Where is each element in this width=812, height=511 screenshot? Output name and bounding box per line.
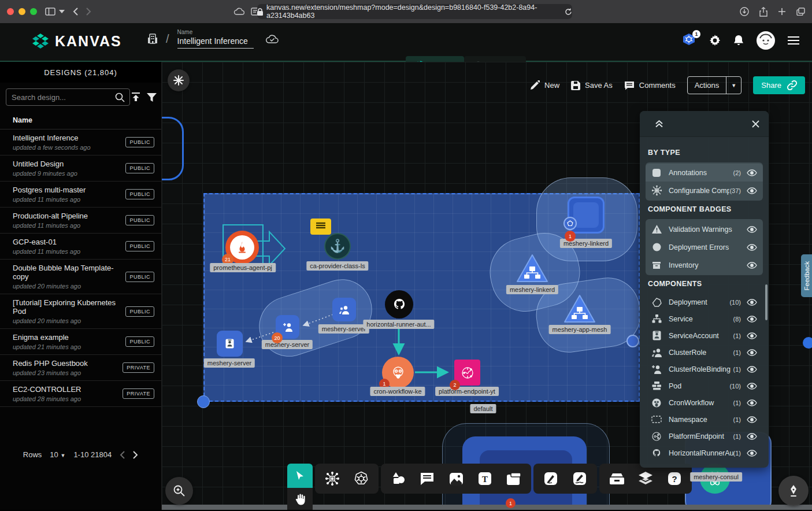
visibility-eye-icon[interactable] bbox=[747, 226, 757, 233]
kubernetes-context-button[interactable]: 1 bbox=[681, 33, 696, 48]
minimize-window-icon[interactable] bbox=[18, 8, 25, 15]
visibility-eye-icon[interactable] bbox=[747, 433, 757, 440]
node-ca-provider[interactable]: ⚓ bbox=[324, 233, 351, 260]
freehand-tool[interactable] bbox=[567, 466, 592, 491]
help-tool[interactable]: ? bbox=[662, 466, 687, 491]
panel-row[interactable]: Configurable Components (37) bbox=[646, 182, 763, 199]
image-tool[interactable] bbox=[443, 466, 469, 491]
new-design-button[interactable]: New bbox=[530, 80, 559, 90]
visibility-eye-icon[interactable] bbox=[747, 187, 757, 194]
maximize-window-icon[interactable] bbox=[30, 8, 37, 15]
visibility-eye-icon[interactable] bbox=[747, 383, 757, 390]
node-linkerd-service[interactable] bbox=[516, 254, 549, 284]
comment-tool[interactable] bbox=[414, 466, 440, 491]
node-github-runner[interactable] bbox=[385, 290, 413, 319]
search-input[interactable] bbox=[6, 88, 130, 106]
visibility-eye-icon[interactable] bbox=[747, 349, 757, 356]
comment-annotation[interactable] bbox=[310, 219, 331, 235]
visibility-eye-icon[interactable] bbox=[747, 299, 757, 306]
back-button[interactable] bbox=[73, 8, 78, 16]
filter-icon[interactable] bbox=[147, 93, 157, 102]
component-row[interactable]: Deployment (10) bbox=[646, 294, 763, 310]
list-item[interactable]: [Tutorial] Exploring Kubernetes Pod upda… bbox=[0, 294, 161, 329]
node-edge-peeking[interactable] bbox=[803, 337, 812, 349]
zoom-button[interactable] bbox=[165, 477, 193, 505]
component-row[interactable]: Namespace (1) bbox=[646, 411, 763, 428]
component-row[interactable]: PlatformEndpoint (1) bbox=[646, 428, 763, 445]
select-tool[interactable] bbox=[287, 464, 313, 488]
component-row[interactable]: ServiceAccount (1) bbox=[646, 327, 763, 344]
node-peeking[interactable] bbox=[626, 335, 639, 347]
list-item[interactable]: Production-alt Pipeline updated 11 minut… bbox=[0, 208, 161, 234]
node-cron-workflow[interactable]: 1 bbox=[382, 357, 414, 388]
visibility-eye-icon[interactable] bbox=[747, 244, 757, 251]
address-bar[interactable]: kanvas.new/extension/meshmap?mode=design… bbox=[257, 4, 572, 19]
list-item[interactable]: Double Bubble Map Template-copy updated … bbox=[0, 260, 161, 294]
window-controls[interactable] bbox=[7, 8, 37, 15]
panel-row[interactable]: Annotations (2) bbox=[646, 164, 763, 182]
visibility-eye-icon[interactable] bbox=[747, 169, 757, 176]
kanvas-logo[interactable]: KANVAS bbox=[32, 32, 122, 50]
component-row[interactable]: ClusterRoleBinding (1) bbox=[646, 361, 763, 377]
list-item[interactable]: Intelligent Inference updated a few seco… bbox=[0, 129, 161, 155]
panel-scrollbar[interactable] bbox=[765, 284, 767, 320]
list-item[interactable]: Redis PHP Guestbook updated 23 minutes a… bbox=[0, 355, 161, 381]
user-avatar[interactable] bbox=[757, 31, 775, 50]
visibility-eye-icon[interactable] bbox=[747, 316, 757, 323]
layers-tool[interactable] bbox=[633, 466, 658, 491]
sidebar-toggle-icon[interactable] bbox=[45, 8, 55, 16]
component-row[interactable]: CronWorkflow (1) bbox=[646, 394, 763, 411]
downloads-icon[interactable] bbox=[740, 7, 749, 16]
list-item[interactable]: Untitled Design updated 9 minutes ago PU… bbox=[0, 155, 161, 182]
panel-row[interactable]: Deployment Errors bbox=[646, 238, 763, 256]
component-row[interactable]: HorizontalRunnerAutosc (1) bbox=[646, 445, 763, 461]
share-page-icon[interactable] bbox=[759, 7, 767, 17]
new-tab-icon[interactable] bbox=[778, 8, 786, 16]
comments-button[interactable]: Comments bbox=[624, 81, 676, 90]
reload-icon[interactable] bbox=[565, 8, 572, 16]
notifications-bell-icon[interactable] bbox=[733, 35, 744, 46]
menu-hamburger-icon[interactable] bbox=[788, 36, 799, 45]
design-canvas[interactable]: 1 21 ⚓ bbox=[162, 62, 812, 510]
component-tool[interactable] bbox=[320, 466, 345, 491]
visibility-eye-icon[interactable] bbox=[747, 399, 757, 406]
design-name-input[interactable] bbox=[177, 36, 254, 49]
node-meshery-server-sa[interactable] bbox=[217, 331, 243, 357]
tab-group-caret-icon[interactable] bbox=[59, 10, 65, 13]
close-window-icon[interactable] bbox=[7, 8, 14, 15]
note-tool[interactable] bbox=[501, 466, 526, 491]
component-row[interactable]: Pod (10) bbox=[646, 377, 763, 394]
pan-tool[interactable] bbox=[287, 488, 313, 510]
tab-overview-icon[interactable] bbox=[796, 8, 805, 16]
kubernetes-tool[interactable] bbox=[348, 466, 374, 491]
feedback-tab[interactable]: Feedback bbox=[801, 254, 812, 297]
drawer-tool[interactable] bbox=[604, 466, 629, 491]
organization-icon[interactable] bbox=[147, 33, 158, 45]
visibility-eye-icon[interactable] bbox=[747, 450, 757, 457]
share-button[interactable]: Share bbox=[753, 76, 805, 94]
shapes-tool[interactable] bbox=[385, 466, 411, 491]
component-row[interactable]: ClusterRole (1) bbox=[646, 344, 763, 361]
list-item[interactable]: GCP-east-01 updated 11 minutes ago PUBLI… bbox=[0, 234, 161, 260]
freeze-button[interactable] bbox=[168, 69, 190, 91]
import-design-icon[interactable] bbox=[131, 92, 141, 102]
visibility-eye-icon[interactable] bbox=[747, 416, 757, 423]
list-item[interactable]: EC2-CONTROLLER updated 28 minutes ago PR… bbox=[0, 381, 161, 407]
node-meshery-server-cr[interactable] bbox=[332, 298, 356, 321]
actions-caret-icon[interactable]: ▼ bbox=[726, 77, 741, 94]
visibility-eye-icon[interactable] bbox=[747, 366, 757, 373]
list-item[interactable]: Postgres multi-master updated 11 minutes… bbox=[0, 182, 161, 208]
forward-button[interactable] bbox=[86, 8, 91, 16]
prev-page-icon[interactable] bbox=[120, 451, 125, 459]
linkerd-sub-node[interactable] bbox=[563, 217, 577, 230]
pen-tool[interactable] bbox=[538, 466, 563, 491]
panel-row[interactable]: Validation Warnings bbox=[646, 220, 763, 238]
next-page-icon[interactable] bbox=[133, 451, 138, 459]
rows-per-page-select[interactable]: 10 ▼ bbox=[50, 450, 65, 459]
icloud-icon[interactable] bbox=[233, 8, 245, 16]
settings-gear-icon[interactable] bbox=[709, 35, 721, 46]
visibility-eye-icon[interactable] bbox=[747, 332, 757, 339]
node-app-mesh-service[interactable] bbox=[563, 294, 596, 324]
panel-row[interactable]: Inventory bbox=[646, 256, 763, 274]
selection-handle[interactable] bbox=[197, 395, 210, 408]
